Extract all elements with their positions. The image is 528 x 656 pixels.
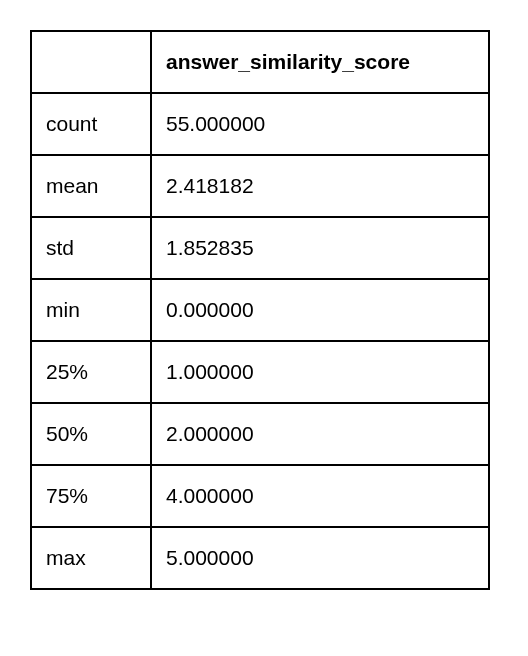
row-value: 0.000000 [151,279,489,341]
row-label: mean [31,155,151,217]
row-value: 4.000000 [151,465,489,527]
table-row: mean 2.418182 [31,155,489,217]
row-label: min [31,279,151,341]
row-value: 1.000000 [151,341,489,403]
header-blank [31,31,151,93]
row-value: 2.418182 [151,155,489,217]
table-row: 25% 1.000000 [31,341,489,403]
table-header-row: answer_similarity_score [31,31,489,93]
table-row: count 55.000000 [31,93,489,155]
table-row: min 0.000000 [31,279,489,341]
row-value: 5.000000 [151,527,489,589]
row-label: count [31,93,151,155]
row-label: 75% [31,465,151,527]
table-row: 50% 2.000000 [31,403,489,465]
row-label: max [31,527,151,589]
table-row: std 1.852835 [31,217,489,279]
row-value: 1.852835 [151,217,489,279]
table-row: max 5.000000 [31,527,489,589]
row-value: 55.000000 [151,93,489,155]
stats-table: answer_similarity_score count 55.000000 … [30,30,490,590]
table-row: 75% 4.000000 [31,465,489,527]
header-column: answer_similarity_score [151,31,489,93]
row-label: 25% [31,341,151,403]
row-label: std [31,217,151,279]
row-value: 2.000000 [151,403,489,465]
row-label: 50% [31,403,151,465]
